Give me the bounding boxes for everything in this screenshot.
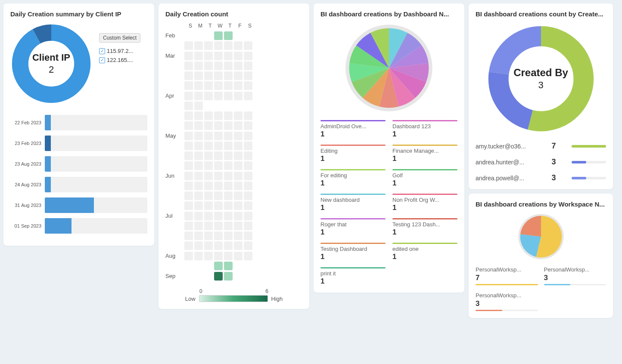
heatmap-cell[interactable] [184,201,193,210]
heatmap-cell[interactable] [224,41,233,50]
heatmap-cell[interactable] [204,142,213,150]
heatmap-cell[interactable] [224,81,233,90]
heatmap-cell[interactable] [204,41,213,50]
heatmap-cell[interactable] [204,241,213,250]
heatmap-cell[interactable] [204,212,213,220]
heatmap-cell[interactable] [184,231,193,240]
heatmap-cell[interactable] [234,52,243,60]
heatmap-cell[interactable] [194,81,203,90]
heatmap-cell[interactable] [204,92,213,100]
heatmap-cell[interactable] [184,272,193,281]
heatmap-cell[interactable] [244,182,252,190]
heatmap-cell[interactable] [204,161,213,170]
heatmap-cell[interactable] [224,241,233,250]
heatmap-cell[interactable] [224,31,233,40]
heatmap-cell[interactable] [184,252,193,260]
heatmap-cell[interactable] [234,222,243,230]
heatmap-cell[interactable] [234,31,243,40]
heatmap-cell[interactable] [224,272,233,281]
heatmap-cell[interactable] [244,41,252,50]
heatmap-cell[interactable] [194,31,203,40]
heatmap-cell[interactable] [214,111,223,120]
heatmap-cell[interactable] [234,231,243,240]
heatmap-cell[interactable] [184,241,193,250]
heatmap-cell[interactable] [244,262,252,270]
heatmap-cell[interactable] [184,62,193,70]
heatmap-cell[interactable] [184,92,193,100]
heatmap-cell[interactable] [214,52,223,60]
heatmap-cell[interactable] [184,132,193,140]
heatmap-cell[interactable] [214,262,223,270]
list-item[interactable]: PersonalWorksp...7 [476,266,538,285]
heatmap-cell[interactable] [194,272,203,281]
heatmap-cell[interactable] [214,31,223,40]
list-item[interactable]: PersonalWorksp...3 [544,266,606,285]
heatmap-cell[interactable] [204,222,213,230]
heatmap-cell[interactable] [244,81,252,90]
heatmap-cell[interactable] [184,212,193,220]
heatmap-cell[interactable] [244,212,252,220]
pie-slice[interactable] [520,216,541,237]
heatmap-cell[interactable] [204,52,213,60]
bar-row[interactable]: 24 Aug 2023 [10,177,147,192]
heatmap-cell[interactable] [224,222,233,230]
heatmap-cell[interactable] [184,262,193,270]
heatmap-cell[interactable] [194,102,203,110]
heatmap-cell[interactable] [194,241,203,250]
heatmap-cell[interactable] [194,142,203,150]
heatmap-cell[interactable] [204,111,213,120]
heatmap-cell[interactable] [194,121,203,130]
heatmap-cell[interactable] [234,151,243,160]
heatmap-cell[interactable] [214,142,223,150]
heatmap-cell[interactable] [194,182,203,190]
heatmap-cell[interactable] [244,222,252,230]
heatmap-cell[interactable] [204,191,213,200]
heatmap-cell[interactable] [194,201,203,210]
heatmap-cell[interactable] [184,191,193,200]
heatmap-cell[interactable] [214,62,223,70]
heatmap-cell[interactable] [184,111,193,120]
heatmap-cell[interactable] [214,191,223,200]
heatmap-cell[interactable] [194,92,203,100]
heatmap-cell[interactable] [184,172,193,180]
workspace-pie[interactable] [517,213,565,260]
heatmap-cell[interactable] [184,222,193,230]
heatmap-cell[interactable] [244,121,252,130]
heatmap-cell[interactable] [224,121,233,130]
list-item[interactable]: AdminDroid Ove...1 [320,120,386,139]
heatmap-cell[interactable] [214,252,223,260]
list-item[interactable]: Roger that1 [320,218,386,237]
heatmap-cell[interactable] [234,62,243,70]
heatmap-cell[interactable] [224,212,233,220]
heatmap-cell[interactable] [204,81,213,90]
heatmap-cell[interactable] [224,252,233,260]
heatmap-cell[interactable] [234,41,243,50]
heatmap-cell[interactable] [214,231,223,240]
heatmap-cell[interactable] [244,161,252,170]
heatmap-cell[interactable] [234,212,243,220]
heatmap-cell[interactable] [244,151,252,160]
list-item[interactable]: Golf1 [392,169,457,188]
heatmap-cell[interactable] [234,241,243,250]
heatmap-cell[interactable] [204,231,213,240]
heatmap-cell[interactable] [184,81,193,90]
heatmap-cell[interactable] [184,52,193,60]
heatmap-cell[interactable] [234,201,243,210]
heatmap-cell[interactable] [224,102,233,110]
heatmap-cell[interactable] [194,212,203,220]
heatmap-cell[interactable] [234,191,243,200]
heatmap-cell[interactable] [184,182,193,190]
heatmap-cell[interactable] [194,111,203,120]
bar-row[interactable]: 31 Aug 2023 [10,197,147,213]
heatmap-cell[interactable] [204,262,213,270]
heatmap-cell[interactable] [234,252,243,260]
custom-select-button[interactable]: Custom Select [99,33,140,43]
list-item[interactable]: New dashboard1 [320,194,386,212]
heatmap-cell[interactable] [224,92,233,100]
heatmap-cell[interactable] [234,71,243,80]
creator-row[interactable]: andrea.powell@...3 [476,173,606,182]
heatmap-cell[interactable] [204,182,213,190]
heatmap-cell[interactable] [244,191,252,200]
bar-row[interactable]: 22 Feb 2023 [10,115,147,130]
heatmap-cell[interactable] [214,222,223,230]
